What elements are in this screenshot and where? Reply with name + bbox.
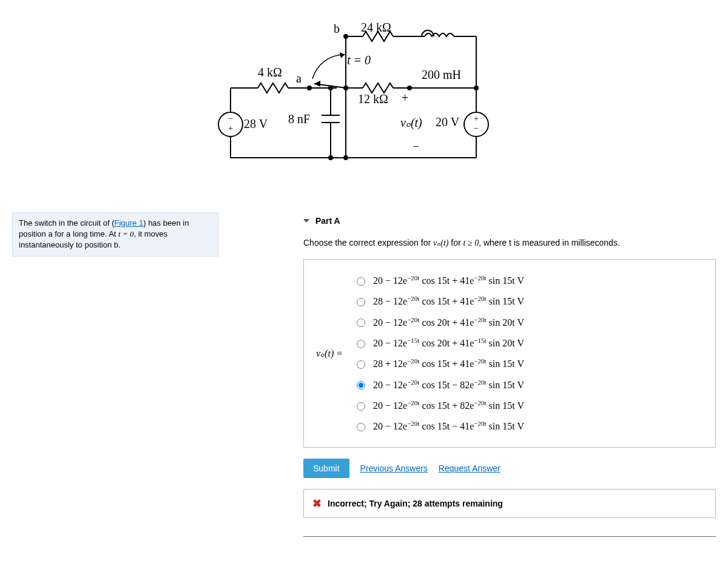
instruction-prefix: Choose the correct expression for (303, 238, 433, 248)
svg-marker-9 (314, 81, 320, 87)
option-3[interactable]: 20 − 12e−15t cos 20t + 41e−15t sin 20t V (354, 337, 524, 349)
instruction-vo: vₒ(t) (433, 238, 448, 248)
option-label-2: 20 − 12e−20t cos 20t + 41e−20t sin 20t V (373, 316, 524, 328)
option-6[interactable]: 20 − 12e−20t cos 15t + 82e−20t sin 15t V (354, 399, 524, 411)
submit-button[interactable]: Submit (303, 459, 349, 478)
svg-point-35 (344, 156, 348, 160)
svg-text:+: + (474, 114, 479, 123)
caret-down-icon (303, 219, 309, 223)
option-radio-3[interactable] (357, 340, 365, 348)
option-radio-2[interactable] (357, 318, 365, 327)
label-inductor: 200 mH (422, 68, 461, 82)
problem-time-expr: t = 0 (118, 229, 133, 238)
svg-text:−: − (474, 124, 479, 133)
incorrect-x-icon: ✖ (312, 497, 322, 510)
answer-lhs: vₒ(t) = (316, 348, 343, 359)
option-radio-0[interactable] (357, 277, 365, 286)
label-cap: 8 nF (288, 112, 310, 126)
request-answer-link[interactable]: Request Answer (439, 463, 500, 473)
svg-point-33 (329, 156, 332, 160)
label-minus-vo: − (413, 140, 419, 153)
label-node-b: b (334, 22, 340, 36)
svg-text:−: − (228, 114, 233, 123)
option-label-4: 28 + 12e−20t cos 15t + 41e−20t sin 15t V (373, 357, 524, 369)
option-label-0: 20 − 12e−20t cos 15t + 41e−20t sin 15t V (373, 274, 524, 286)
instruction-cond: t ≥ 0 (463, 238, 479, 248)
label-r-top: 24 kΩ (361, 21, 391, 35)
problem-statement: The switch in the circuit of (Figure 1) … (12, 212, 218, 257)
svg-text:+: + (228, 124, 233, 133)
feedback-text: Incorrect; Try Again; 28 attempts remain… (328, 499, 503, 508)
options-list: 20 − 12e−20t cos 15t + 41e−20t sin 15t V… (354, 274, 524, 433)
option-label-3: 20 − 12e−15t cos 20t + 41e−15t sin 20t V (373, 337, 524, 349)
option-label-6: 20 − 12e−20t cos 15t + 82e−20t sin 15t V (373, 399, 524, 411)
label-vo: vₒ(t) (400, 115, 422, 130)
circuit-diagram: − + + − 4 kΩ a b 24 kΩ t = 0 12 kΩ 200 m… (206, 18, 522, 182)
divider (303, 536, 716, 537)
option-radio-5[interactable] (357, 381, 365, 389)
figure-link[interactable]: Figure 1 (115, 218, 144, 227)
instruction: Choose the correct expression for vₒ(t) … (303, 238, 716, 248)
label-r1: 4 kΩ (258, 66, 282, 79)
option-radio-6[interactable] (357, 402, 365, 411)
option-label-5: 20 − 12e−20t cos 15t − 82e−20t sin 15t V (373, 379, 524, 391)
option-5[interactable]: 20 − 12e−20t cos 15t − 82e−20t sin 15t V (354, 379, 524, 391)
problem-text-prefix: The switch in the circuit of ( (19, 218, 115, 227)
option-label-7: 20 − 12e−20t cos 15t − 41e−20t sin 15t V (373, 420, 524, 432)
feedback-box: ✖ Incorrect; Try Again; 28 attempts rema… (303, 489, 716, 518)
part-header[interactable]: Part A (303, 212, 716, 229)
instruction-mid: for (448, 238, 463, 248)
label-r-mid: 12 kΩ (358, 92, 388, 106)
option-label-1: 28 − 12e−20t cos 15t + 41e−20t sin 15t V (373, 295, 524, 307)
instruction-suffix: , where t is measured in milliseconds. (479, 238, 620, 248)
option-0[interactable]: 20 − 12e−20t cos 15t + 41e−20t sin 15t V (354, 274, 524, 286)
option-radio-7[interactable] (357, 423, 365, 431)
option-7[interactable]: 20 − 12e−20t cos 15t − 41e−20t sin 15t V (354, 420, 524, 432)
option-4[interactable]: 28 + 12e−20t cos 15t + 41e−20t sin 15t V (354, 357, 524, 369)
answer-box: vₒ(t) = 20 − 12e−20t cos 15t + 41e−20t s… (303, 259, 716, 448)
svg-marker-10 (340, 52, 345, 58)
option-radio-1[interactable] (357, 298, 365, 306)
label-vsrc-left: 28 V (244, 117, 268, 131)
option-1[interactable]: 28 − 12e−20t cos 15t + 41e−20t sin 15t V (354, 295, 524, 307)
label-node-a: a (296, 72, 302, 86)
previous-answers-link[interactable]: Previous Answers (360, 463, 428, 473)
part-label: Part A (315, 216, 340, 226)
label-vsrc-right: 20 V (436, 115, 459, 129)
option-radio-4[interactable] (357, 360, 365, 369)
label-switch-time: t = 0 (347, 53, 371, 67)
svg-point-32 (329, 86, 332, 90)
option-2[interactable]: 20 − 12e−20t cos 20t + 41e−20t sin 20t V (354, 316, 524, 328)
label-plus-vo: + (402, 91, 408, 105)
